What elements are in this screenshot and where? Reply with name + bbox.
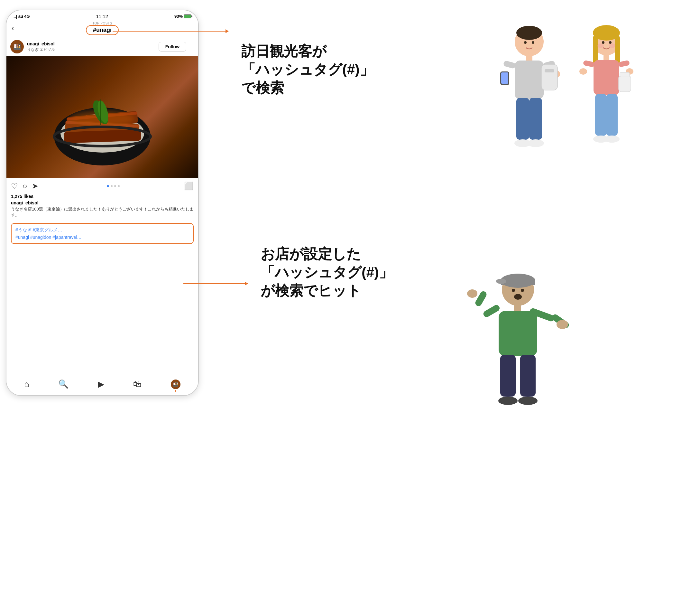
svg-point-14 — [524, 41, 527, 44]
caption-text: うなぎ名店100選（東京編）に選出されました！ありがとうございます！これからも精… — [11, 206, 193, 218]
post-username-area: unagi_ebisol うなぎ エビソル — [27, 41, 159, 53]
svg-point-66 — [498, 397, 518, 405]
svg-rect-56 — [514, 305, 521, 312]
svg-point-41 — [579, 68, 587, 75]
arrow-hashtags-to-annotation — [183, 283, 248, 284]
svg-rect-23 — [516, 98, 529, 140]
battery-percent: 93% — [174, 14, 183, 19]
bottom-nav: ⌂ 🔍 ▶ 🛍 🍱 — [6, 373, 198, 395]
nav-search[interactable]: 🔍 — [58, 379, 69, 389]
svg-rect-58 — [482, 304, 501, 318]
annotation-top: 訪日観光客が 「ハッシュタグ(#)」 で検索 — [241, 42, 434, 97]
svg-rect-38 — [594, 60, 619, 95]
bookmark-icon[interactable]: ⬜ — [184, 182, 193, 191]
bottom-character-svg — [466, 258, 589, 412]
avatar-food-icon: 🍱 — [13, 43, 21, 51]
svg-point-46 — [604, 135, 620, 143]
profile-food-icon: 🍱 — [173, 382, 178, 387]
svg-rect-43 — [595, 94, 607, 136]
nav-center: TOP POSTS #unagi — [86, 21, 119, 35]
svg-rect-48 — [620, 72, 630, 77]
nav-profile[interactable]: 🍱 — [171, 380, 180, 389]
svg-rect-24 — [529, 98, 542, 140]
top-nav: ‹ TOP POSTS #unagi — [6, 20, 198, 37]
share-icon[interactable]: ➤ — [32, 182, 38, 191]
dot-3 — [118, 185, 120, 187]
svg-rect-47 — [619, 76, 631, 92]
phone-mockup: ..| au 4G 11:12 93% ‹ TOP POSTS #unagi 🍱… — [6, 10, 199, 396]
dot-active — [107, 185, 109, 187]
caption-area: unagi_ebisol うなぎ名店100選（東京編）に選出されました！ありがと… — [11, 200, 193, 218]
annotation-top-line3: で検索 — [241, 80, 284, 95]
svg-point-33 — [602, 41, 605, 44]
svg-rect-57 — [498, 311, 537, 356]
character-bottom-illustration — [466, 258, 595, 418]
battery-area: 93% — [174, 14, 191, 19]
svg-rect-17 — [515, 61, 544, 99]
svg-rect-64 — [500, 355, 516, 397]
post-actions: ♡ ○ ➤ ⬜ — [6, 178, 198, 194]
status-bar: ..| au 4G 11:12 93% — [6, 10, 198, 20]
arrow-hashtag-to-annotation — [112, 31, 228, 31]
signal-text: ..| au 4G — [13, 14, 30, 19]
carousel-dots — [43, 185, 184, 187]
svg-rect-21 — [501, 72, 508, 84]
dot-2 — [114, 185, 116, 187]
caption-username[interactable]: unagi_ebisol — [11, 200, 38, 205]
hashtags-text[interactable]: #うなぎ #東京グルメ… #unagi #unagidon #japantrav… — [15, 227, 82, 240]
active-indicator — [175, 390, 176, 392]
annotation-top-line2: 「ハッシュタグ(#)」 — [241, 62, 374, 77]
post-header: 🍱 unagi_ebisol うなぎ エビソル Follow ··· — [6, 37, 198, 56]
more-button[interactable]: ··· — [189, 44, 194, 50]
hashtags-box[interactable]: #うなぎ #東京グルメ… #unagi #unagidon #japantrav… — [11, 223, 193, 244]
reels-icon[interactable]: ▶ — [98, 379, 104, 389]
annotation-top-line1: 訪日観光客が — [241, 43, 326, 59]
follow-button[interactable]: Follow — [159, 42, 186, 52]
svg-point-63 — [556, 320, 568, 329]
post-content: 1,275 likes unagi_ebisol うなぎ名店100選（東京編）に… — [6, 194, 198, 220]
nav-shop[interactable]: 🛍 — [133, 379, 142, 389]
svg-point-35 — [597, 44, 604, 48]
svg-point-26 — [527, 139, 544, 147]
hashtag-badge[interactable]: #unagi — [86, 25, 119, 35]
likes-count: 1,275 likes — [11, 194, 193, 199]
like-icon[interactable]: ♡ — [11, 182, 18, 191]
male-character — [494, 19, 564, 174]
svg-rect-27 — [541, 64, 557, 90]
search-icon[interactable]: 🔍 — [58, 379, 69, 389]
svg-rect-44 — [606, 94, 618, 136]
home-icon[interactable]: ⌂ — [24, 379, 29, 389]
svg-point-54 — [521, 289, 524, 292]
nav-home[interactable]: ⌂ — [24, 379, 29, 389]
annotation-top-text: 訪日観光客が 「ハッシュタグ(#)」 で検索 — [241, 42, 434, 97]
food-visual — [48, 62, 157, 172]
time-display: 11:12 — [96, 13, 108, 19]
female-character — [574, 19, 638, 174]
profile-avatar[interactable]: 🍱 — [171, 380, 180, 389]
svg-point-67 — [518, 397, 538, 405]
shop-icon[interactable]: 🛍 — [133, 379, 142, 389]
battery-icon — [184, 14, 191, 18]
svg-rect-18 — [503, 60, 516, 69]
annotation-bottom-line3: が検索でヒット — [260, 283, 361, 299]
svg-point-15 — [532, 41, 534, 44]
back-button[interactable]: ‹ — [12, 24, 14, 32]
svg-point-53 — [512, 289, 515, 292]
dot-1 — [111, 185, 112, 187]
nav-reels[interactable]: ▶ — [98, 379, 104, 389]
characters-illustration-top — [444, 13, 688, 174]
svg-rect-16 — [526, 55, 532, 61]
svg-point-60 — [467, 289, 477, 298]
comment-icon[interactable]: ○ — [22, 182, 27, 191]
food-illustration — [48, 62, 157, 172]
svg-point-52 — [496, 279, 507, 284]
top-posts-label: TOP POSTS — [86, 21, 119, 25]
svg-point-13 — [516, 26, 542, 40]
svg-point-36 — [609, 44, 615, 48]
username-sub: うなぎ エビソル — [27, 47, 55, 52]
post-image — [6, 56, 198, 178]
svg-rect-65 — [520, 355, 536, 397]
username-main[interactable]: unagi_ebisol — [27, 41, 159, 46]
avatar[interactable]: 🍱 — [10, 40, 24, 53]
annotation-bottom-text: お店が設定した 「ハッシュタグ(#)」 が検索でヒット — [260, 245, 454, 300]
